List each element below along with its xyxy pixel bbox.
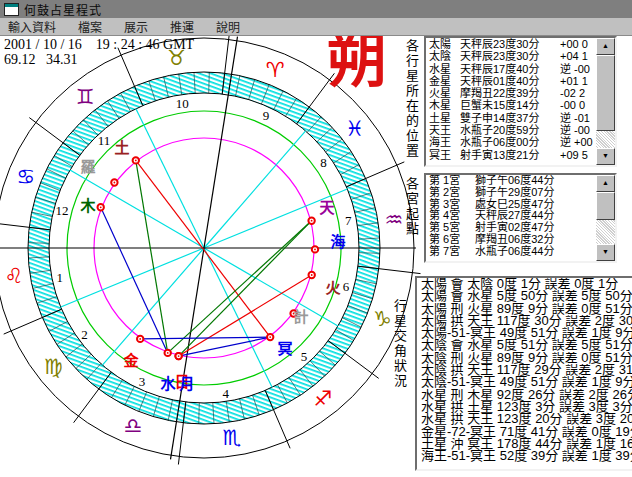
svg-text:金: 金 <box>122 352 139 369</box>
planet-position-row[interactable]: 海王水瓶子06度00分逆 +00 <box>426 136 615 148</box>
svg-text:7: 7 <box>345 213 352 228</box>
planet-position-row[interactable]: 金星天秤辰01度40分+01 1 <box>426 75 615 87</box>
window-title: 何鼓占星程式 <box>24 1 102 18</box>
scroll-up-icon[interactable]: ▲ <box>596 38 615 55</box>
moon-phase-label: 朔 <box>327 28 387 92</box>
chart-datetime: 2001 / 10 / 16 19 : 24 : 46 GMT69.12 34.… <box>4 37 194 67</box>
menu-item[interactable]: 展示 <box>124 18 148 35</box>
svg-text:天: 天 <box>319 199 335 216</box>
house-cusp-row[interactable]: 第 2宮獅子午29度07分 <box>426 187 615 199</box>
scroll-down-icon[interactable]: ▼ <box>596 244 615 261</box>
svg-text:♈: ♈ <box>266 58 285 82</box>
svg-text:冥: 冥 <box>277 340 292 357</box>
aspects-listbox: 太陽 會 太陰 0度 1分 誤差 0度 1分太陽 會 水星 5度 50分 誤差 … <box>415 276 632 471</box>
menu-item[interactable]: 推運 <box>170 18 194 35</box>
svg-text:水: 水 <box>160 375 176 392</box>
house-cusp-row[interactable]: 第 6宮摩羯丑06度32分 <box>426 234 615 246</box>
aspect-row[interactable]: 太陽 會 水星 5度 50分 誤差 5度 50分 <box>417 290 632 302</box>
aspect-row[interactable]: 太陰 刑 火星 89度 9分 誤差 0度 51分 <box>417 352 632 364</box>
svg-text:3: 3 <box>139 374 146 389</box>
svg-text:計: 計 <box>293 308 308 325</box>
svg-text:5: 5 <box>301 349 308 364</box>
planet-position-row[interactable]: 火星摩羯丑22度39分-02 2 <box>426 87 615 99</box>
svg-text:♊: ♊ <box>76 85 95 109</box>
svg-text:2: 2 <box>81 327 88 342</box>
planet-position-row[interactable]: 水星天秤辰17度40分逆 -00 <box>426 63 615 75</box>
svg-text:12: 12 <box>56 203 69 218</box>
aspect-row[interactable]: 金星-72-冥王 71度 41分 誤差 0度 19分 <box>417 426 632 438</box>
aspect-row[interactable]: 太陰-51-冥王 49度 51分 誤差 1度 9分 <box>417 376 632 388</box>
svg-text:6: 6 <box>343 279 350 294</box>
menu-item[interactable]: 說明 <box>216 18 240 35</box>
aspects-rows: 太陽 會 太陰 0度 1分 誤差 0度 1分太陽 會 水星 5度 50分 誤差 … <box>417 278 632 462</box>
planet-position-row[interactable]: 太陽天秤辰23度30分+00 0 <box>426 38 615 50</box>
caption-house-cusps: 各宮起點 <box>404 177 418 237</box>
svg-text:1: 1 <box>57 270 64 285</box>
scroll-up-icon[interactable]: ▲ <box>596 175 615 192</box>
aspect-row[interactable]: 太陽 拱 天王 117度 30分 誤差 2度 30分 <box>417 315 632 327</box>
svg-text:♑: ♑ <box>373 307 392 331</box>
planet-positions-listbox: 太陽天秤辰23度30分+00 0太陰天秤辰23度30分+04 1水星天秤辰17度… <box>424 36 617 167</box>
menu-item[interactable]: 檔案 <box>78 18 102 35</box>
coords-line: 69.12 34.31 <box>4 52 78 67</box>
menu-item[interactable]: 輸入資料 <box>8 18 56 35</box>
svg-text:9: 9 <box>263 108 270 123</box>
svg-text:♒: ♒ <box>385 208 404 232</box>
svg-text:月: 月 <box>178 375 194 392</box>
house-cusp-row[interactable]: 第 7宮水瓶子06度44分 <box>426 246 615 258</box>
svg-text:羅: 羅 <box>80 158 95 175</box>
planet-position-row[interactable]: 太陰天秤辰23度30分+04 1 <box>426 50 615 62</box>
caption-aspects: 行星交角狀況 <box>392 299 406 389</box>
svg-text:海: 海 <box>330 233 345 250</box>
aspect-row[interactable]: 水星 拱 天王 123度 20分 誤差 3度 20分 <box>417 413 632 425</box>
window-icon <box>4 3 19 16</box>
menu-bar: 輸入資料檔案展示推運說明 <box>0 18 632 36</box>
aspect-row[interactable]: 土星 沖 冥王 178度 44分 誤差 1度 16分 <box>417 438 632 450</box>
positions-scrollbar[interactable]: ▲ ▼ <box>596 38 615 165</box>
planet-positions-rows: 太陽天秤辰23度30分+00 0太陰天秤辰23度30分+04 1水星天秤辰17度… <box>426 38 615 161</box>
svg-text:♍: ♍ <box>44 355 63 379</box>
svg-text:土: 土 <box>114 139 129 156</box>
svg-text:木: 木 <box>79 197 96 214</box>
planet-position-row[interactable]: 土星雙子申14度37分逆 -01 <box>426 112 615 124</box>
svg-text:♏: ♏ <box>222 426 241 450</box>
planet-position-row[interactable]: 冥王射手寅13度21分+09 5 <box>426 149 615 161</box>
svg-text:10: 10 <box>176 96 189 111</box>
svg-text:8: 8 <box>320 155 327 170</box>
house-cusps-rows: 第 1宮獅子午06度44分第 2宮獅子午29度07分第 3宮處女巳25度47分第… <box>426 175 615 258</box>
scrollbar-thumb[interactable] <box>596 55 615 131</box>
svg-text:♓: ♓ <box>345 117 364 141</box>
aspect-row[interactable]: 太陰 會 水星 5度 51分 誤差 5度 51分 <box>417 339 632 351</box>
aspect-row[interactable]: 太陽-51-冥王 49度 51分 誤差 1度 9分 <box>417 327 632 339</box>
aspect-row[interactable]: 水星 拱 土星 123度 3分 誤差 3度 3分 <box>417 401 632 413</box>
svg-text:♌: ♌ <box>5 264 24 288</box>
aspect-row[interactable]: 太陽 會 太陰 0度 1分 誤差 0度 1分 <box>417 278 632 290</box>
caption-planet-positions: 各行星所在的位置 <box>404 39 418 159</box>
houses-scrollbar[interactable]: ▲ ▼ <box>596 175 615 261</box>
aspect-row[interactable]: 太陽 刑 火星 89度 9分 誤差 0度 51分 <box>417 303 632 315</box>
aspect-row[interactable]: 海王-51-冥王 52度 39分 誤差 1度 39分 <box>417 450 632 462</box>
aspect-row[interactable]: 太陰 拱 天王 117度 29分 誤差 2度 31分 <box>417 364 632 376</box>
date-line: 2001 / 10 / 16 19 : 24 : 46 GMT <box>4 37 194 52</box>
scroll-down-icon[interactable]: ▼ <box>596 148 615 165</box>
svg-text:♐: ♐ <box>313 387 332 411</box>
house-cusps-listbox: 第 1宮獅子午06度44分第 2宮獅子午29度07分第 3宮處女巳25度47分第… <box>424 173 617 263</box>
planet-position-row[interactable]: 天王水瓶子20度59分逆 -00 <box>426 124 615 136</box>
svg-text:♋: ♋ <box>16 165 35 189</box>
aspect-row[interactable]: 水星 刑 木星 92度 26分 誤差 2度 26分 <box>417 389 632 401</box>
planet-position-row[interactable]: 木星巨蟹未15度14分-00 0 <box>426 99 615 111</box>
title-bar[interactable]: 何鼓占星程式 <box>0 0 632 18</box>
svg-text:♎: ♎ <box>123 414 142 438</box>
svg-text:11: 11 <box>98 133 111 148</box>
svg-text:火: 火 <box>325 279 341 296</box>
scrollbar-thumb[interactable] <box>596 192 615 220</box>
svg-text:4: 4 <box>223 386 230 401</box>
